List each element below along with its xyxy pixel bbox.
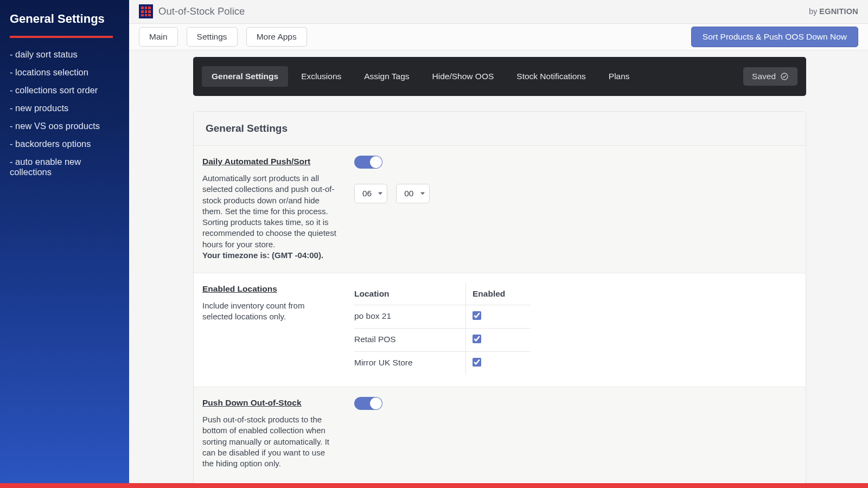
chevron-down-icon (378, 192, 382, 195)
daily-automated-toggle[interactable] (354, 156, 382, 169)
sidebar-divider (10, 36, 113, 38)
sort-push-now-button[interactable]: Sort Products & Push OOS Down Now (691, 27, 858, 47)
tab-general-settings[interactable]: General Settings (202, 66, 288, 87)
location-enabled-checkbox[interactable] (473, 358, 481, 367)
locations-col-location: Location (354, 283, 465, 305)
settings-button[interactable]: Settings (187, 27, 238, 47)
content-inner: General Settings Exclusions Assign Tags … (193, 50, 806, 483)
push-down-oos-desc: Push out-of-stock products to the bottom… (202, 414, 337, 469)
saved-indicator: Saved (743, 67, 797, 86)
daily-minute-value: 00 (404, 189, 413, 198)
daily-automated-desc: Automatically sort products in all selec… (202, 173, 337, 261)
tab-hide-show-oos[interactable]: Hide/Show OOS (423, 66, 504, 87)
main-button[interactable]: Main (139, 27, 178, 47)
location-enabled-checkbox[interactable] (473, 335, 481, 343)
location-row: Mirror UK Store (354, 352, 531, 375)
app-logo-icon (139, 4, 153, 18)
sidebar-item-collections-sort-order[interactable]: - collections sort order (0, 81, 129, 99)
location-row: Retail POS (354, 329, 531, 352)
by-line: by EGNITION (809, 7, 858, 16)
daily-automated-tz: Your timezone is: (GMT -04:00). (202, 251, 323, 260)
check-circle-icon (780, 72, 789, 81)
daily-hour-value: 06 (362, 189, 372, 198)
more-apps-button[interactable]: More Apps (246, 27, 307, 47)
locations-header-row: Location Enabled (354, 283, 531, 305)
by-prefix: by (809, 7, 819, 16)
locations-table: Location Enabled po box 21 Retail POS (354, 283, 531, 375)
sidebar-item-backorders-options[interactable]: - backorders options (0, 135, 129, 153)
sidebar-item-auto-enable-collections[interactable]: - auto enable new collections (0, 153, 129, 181)
setting-daily-automated: Daily Automated Push/Sort Automatically … (194, 146, 806, 273)
daily-automated-title[interactable]: Daily Automated Push/Sort (202, 157, 310, 166)
locations-col-enabled: Enabled (465, 283, 531, 305)
sidebar-title: General Settings (0, 12, 129, 36)
content-scroll[interactable]: General Settings Exclusions Assign Tags … (129, 50, 868, 483)
tab-stock-notifications[interactable]: Stock Notifications (507, 66, 596, 87)
svg-point-0 (781, 73, 788, 80)
location-name: Retail POS (354, 329, 465, 351)
tab-plans[interactable]: Plans (599, 66, 640, 87)
push-down-oos-title[interactable]: Push Down Out-of-Stock (202, 398, 302, 408)
action-bar: Main Settings More Apps Sort Products & … (129, 24, 868, 50)
chevron-down-icon (420, 192, 425, 195)
setting-enabled-locations: Enabled Locations Include inventory coun… (194, 273, 806, 387)
saved-label: Saved (752, 72, 776, 81)
location-row: po box 21 (354, 305, 531, 329)
sidebar-item-new-products[interactable]: - new products (0, 99, 129, 117)
by-vendor: EGNITION (819, 7, 858, 16)
settings-tabstrip: General Settings Exclusions Assign Tags … (193, 57, 806, 96)
sidebar: General Settings - daily sort status - l… (0, 0, 129, 483)
daily-minute-select[interactable]: 00 (396, 184, 429, 203)
bottom-accent-bar (0, 483, 868, 488)
panel-header: General Settings (194, 112, 806, 146)
app-title: Out-of-Stock Police (158, 5, 245, 17)
location-name: po box 21 (354, 305, 465, 328)
location-enabled-checkbox[interactable] (473, 311, 481, 320)
enabled-locations-title[interactable]: Enabled Locations (202, 284, 277, 294)
tab-exclusions[interactable]: Exclusions (291, 66, 351, 87)
push-down-oos-toggle[interactable] (354, 397, 382, 410)
daily-hour-select[interactable]: 06 (354, 184, 387, 203)
sidebar-item-daily-sort-status[interactable]: - daily sort status (0, 46, 129, 63)
sidebar-item-locations-selection[interactable]: - locations selection (0, 63, 129, 81)
location-name: Mirror UK Store (354, 352, 465, 375)
sidebar-nav: - daily sort status - locations selectio… (0, 44, 129, 181)
setting-push-down-oos: Push Down Out-of-Stock Push out-of-stock… (194, 387, 806, 481)
sidebar-item-new-vs-oos-products[interactable]: - new VS oos products (0, 117, 129, 135)
general-settings-panel: General Settings Daily Automated Push/So… (193, 111, 806, 483)
main-column: Out-of-Stock Police by EGNITION Main Set… (129, 0, 868, 483)
enabled-locations-desc: Include inventory count from selected lo… (202, 300, 337, 323)
topbar: Out-of-Stock Police by EGNITION (129, 0, 868, 24)
daily-automated-desc-text: Automatically sort products in all selec… (202, 174, 336, 249)
tab-assign-tags[interactable]: Assign Tags (354, 66, 419, 87)
